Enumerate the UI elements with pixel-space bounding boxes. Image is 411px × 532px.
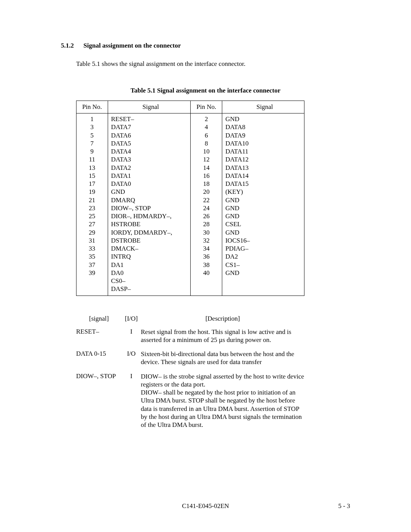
table-cell-signal: DATA9 — [225, 131, 304, 139]
table-cell-pin: 16 — [191, 172, 222, 180]
table-cell-pin: 12 — [191, 155, 222, 163]
table-cell-pin: 18 — [191, 180, 222, 188]
table-cell-pin: 11 — [76, 155, 108, 163]
table-cell-signal: INTRQ — [111, 252, 191, 260]
table-cell-pin: 31 — [76, 236, 108, 244]
desc-signal: DATA 0-15 — [76, 350, 122, 366]
table-cell-signal: DMARQ — [111, 196, 191, 204]
table-cell-signal: DATA15 — [225, 180, 304, 188]
table-cell-pin: 15 — [76, 172, 108, 180]
table-cell-pin: 13 — [76, 164, 108, 172]
table-cell-signal: DATA10 — [225, 139, 304, 147]
table-cell-signal: CSEL — [225, 220, 304, 228]
table-col-sig2: GNDDATA8DATA9DATA10DATA11DATA12DATA13DAT… — [222, 113, 304, 296]
table-cell-signal: DATA3 — [111, 155, 191, 163]
table-cell-signal: GND — [111, 188, 191, 196]
table-cell-signal: DATA13 — [225, 164, 304, 172]
table-cell-pin: 26 — [191, 212, 222, 220]
table-cell-pin: 10 — [191, 147, 222, 155]
table-cell-pin: 25 — [76, 212, 108, 220]
table-cell-pin: 7 — [76, 139, 108, 147]
table-cell-signal: DATA8 — [225, 123, 304, 131]
table-cell-pin: 40 — [191, 269, 222, 277]
table-cell-signal: DATA5 — [111, 139, 191, 147]
table-cell-signal: PDIAG– — [225, 244, 304, 252]
table-cell-signal: DATA11 — [225, 147, 304, 155]
table-cell-pin: 23 — [76, 204, 108, 212]
table-cell-pin: 29 — [76, 228, 108, 236]
table-cell-signal: CS1– — [225, 261, 304, 269]
table-cell-signal: RESET– — [111, 115, 191, 123]
table-cell-pin: 22 — [191, 196, 222, 204]
footer-center: C141-E045-02EN — [61, 502, 350, 510]
table-cell-signal: IORDY, DDMARDY–, — [111, 228, 191, 236]
table-cell-pin: 33 — [76, 244, 108, 252]
table-cell-pin: 19 — [76, 188, 108, 196]
pin-table: Pin No. Signal Pin No. Signal 1357911131… — [76, 101, 304, 296]
table-caption: Table 5.1 Signal assignment on the inter… — [61, 87, 350, 94]
table-cell-pin: 8 — [191, 139, 222, 147]
table-col-sig1: RESET–DATA7DATA6DATA5DATA4DATA3DATA2DATA… — [108, 113, 191, 296]
table-cell-pin: 28 — [191, 220, 222, 228]
table-cell-signal: DIOR–, HDMARDY–, HSTROBE — [111, 212, 191, 228]
section-title: Signal assignment on the connector — [83, 42, 181, 49]
table-cell-pin: 36 — [191, 252, 222, 260]
desc-header-io: [I/O] — [122, 315, 141, 323]
table-cell-pin: 37 — [76, 261, 108, 269]
table-cell-pin: 24 — [191, 204, 222, 212]
table-cell-pin: 9 — [76, 147, 108, 155]
table-cell-pin: 3 — [76, 123, 108, 131]
table-cell-pin: 17 — [76, 180, 108, 188]
table-cell-signal: DMACK– — [111, 244, 191, 252]
table-cell-signal: DATA4 — [111, 147, 191, 155]
desc-signal: RESET– — [76, 328, 122, 344]
table-cell-pin: 32 — [191, 236, 222, 244]
table-cell-signal: DATA6 — [111, 131, 191, 139]
page: 5.1.2 Signal assignment on the connector… — [0, 0, 411, 532]
table-cell-signal: GND — [225, 115, 304, 123]
table-cell-signal: DATA14 — [225, 172, 304, 180]
table-cell-signal: DATA0 — [111, 180, 191, 188]
desc-row: DIOW–, STOPIDIOW– is the strobe signal a… — [76, 372, 304, 429]
table-cell-signal: DA0 — [111, 269, 191, 277]
table-cell-signal: DATA7 — [111, 123, 191, 131]
desc-header-row: [signal] [I/O] [Description] — [76, 315, 304, 323]
desc-io: I/O — [122, 350, 141, 366]
intro-paragraph: Table 5.1 shows the signal assignment on… — [76, 60, 350, 68]
table-header-pin1: Pin No. — [76, 101, 108, 113]
table-cell-pin: 27 — [76, 220, 108, 228]
table-cell-signal: CS0– — [111, 277, 191, 285]
desc-io: I — [122, 328, 141, 344]
table-cell-signal: DATA2 — [111, 164, 191, 172]
table-cell-signal: GND — [225, 196, 304, 204]
desc-text: Sixteen-bit bi-directional data bus betw… — [141, 350, 304, 366]
table-cell-signal: DATA12 — [225, 155, 304, 163]
table-cell-pin — [191, 277, 222, 285]
table-cell-signal: GND — [225, 204, 304, 212]
table-cell-pin: 35 — [76, 252, 108, 260]
table-cell-signal: (KEY) — [225, 188, 304, 196]
table-cell-pin: 4 — [191, 123, 222, 131]
table-cell-pin: 5 — [76, 131, 108, 139]
table-col-pin1: 13579111315171921232527293133353739 — [76, 113, 108, 296]
table-cell-pin: 30 — [191, 228, 222, 236]
table-cell-signal: IOCS16– — [225, 236, 304, 244]
table-cell-pin: 14 — [191, 164, 222, 172]
table-cell-pin: 39 — [76, 269, 108, 277]
table-cell-pin: 21 — [76, 196, 108, 204]
desc-row: DATA 0-15I/OSixteen-bit bi-directional d… — [76, 350, 304, 366]
table-cell-signal: GND — [225, 269, 304, 277]
table-cell-signal: DSTROBE — [111, 236, 191, 244]
desc-signal: DIOW–, STOP — [76, 372, 122, 429]
desc-text: DIOW– is the strobe signal asserted by t… — [141, 372, 304, 429]
table-cell-signal: DA2 — [225, 252, 304, 260]
table-cell-signal: GND — [225, 228, 304, 236]
table-header-sig2: Signal — [222, 101, 304, 113]
table-cell-pin: 2 — [191, 115, 222, 123]
table-cell-pin: 1 — [76, 115, 108, 123]
table-cell-pin — [76, 277, 108, 285]
table-col-pin2: 246810121416182022242628303234363840 — [191, 113, 222, 296]
table-cell-pin: 34 — [191, 244, 222, 252]
desc-header-description: [Description] — [141, 315, 304, 323]
desc-header-signal: [signal] — [76, 315, 122, 323]
